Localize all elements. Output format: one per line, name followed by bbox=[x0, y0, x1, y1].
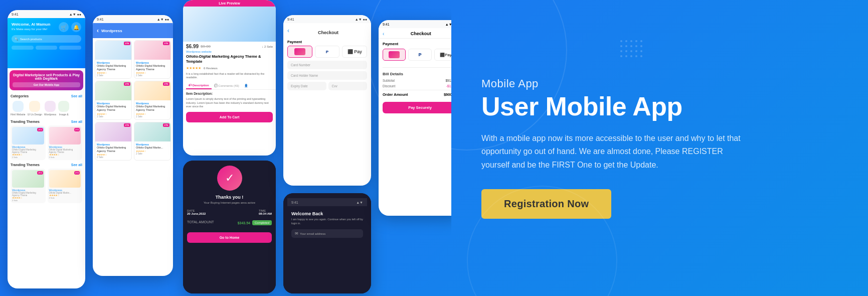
welcome-text: Welcome, Al Mamun bbox=[12, 22, 50, 27]
expiry-cvv-row: Expiry Date Cvv bbox=[287, 82, 367, 92]
status-bar-2: 9:41▲▼ ●● bbox=[93, 15, 173, 23]
expiry-field[interactable]: Expiry Date bbox=[287, 82, 326, 90]
bill-details-section: Bill Details Subtotal $912.00 Discount -… bbox=[379, 70, 451, 99]
phone-mockup-product-detail: Live Preview $6.99 $9.00 ↓ 2 Sele Wordpr… bbox=[183, 0, 276, 156]
thanks-title: Thanks you ! bbox=[216, 195, 244, 200]
card-number-field[interactable]: Card Number bbox=[287, 61, 367, 69]
welcome-back-screen: 9:41▲▼ Welcome Back I am happy to see yo… bbox=[283, 193, 371, 293]
phone-mockup-bill: 9:41▲▼ ●● ‹ Checkout Payment P bbox=[379, 20, 451, 216]
cardholder-field[interactable]: Card Holder Name bbox=[287, 71, 367, 80]
cart-icon: 🛒 bbox=[59, 22, 69, 32]
welcome-back-desc: I am happy to see you again. Continue wh… bbox=[291, 218, 363, 225]
item-description: Lorem Ipsum is simply dummy text of the … bbox=[183, 97, 276, 109]
trending-products: 1₹9 Wordpress Oifolio-Digital Marketing … bbox=[8, 168, 85, 204]
product-stars: ★★★★★ 6 Reviews bbox=[183, 65, 276, 71]
thanks-subtitle: Your Buying Internet pages area active bbox=[204, 201, 255, 204]
bill-pay-paypal[interactable]: P bbox=[408, 49, 431, 61]
payment-section: Payment P ⬛ Pay Card Number Card Hold bbox=[283, 38, 371, 96]
add-to-cart-btn[interactable]: Add To Cart bbox=[186, 112, 273, 122]
order-amount-row: Order Amount $900.00 bbox=[383, 90, 451, 97]
product-title: Oifolio-Digital Marketing Agecny Theme &… bbox=[183, 53, 276, 65]
pay-securely-btn[interactable]: Pay Securely bbox=[383, 102, 451, 113]
products-list: 1₹9 Wordpress Oifolio-Digital Marketing … bbox=[8, 124, 85, 161]
success-checkmark: ✓ bbox=[217, 166, 242, 191]
status-bar-4b: 9:41▲▼ bbox=[287, 198, 367, 206]
back-btn[interactable]: ‹ bbox=[287, 27, 289, 34]
bill-payment-section: Payment P ⬛Pay bbox=[379, 39, 451, 65]
bill-back-btn[interactable]: ‹ bbox=[383, 31, 384, 37]
discount-row: Discount -$12.00 bbox=[383, 84, 451, 88]
hero-section: 9:41▲▼ ●● Welcome, Al Mamun It's Make ea… bbox=[0, 0, 868, 296]
tab-comments[interactable]: 💬 Comments (43) bbox=[212, 82, 242, 89]
trending-themes-header: Tranding Themes See all bbox=[8, 161, 85, 168]
thankyou-total-row: TOTAL AMOUNT $343.54 Completed bbox=[187, 220, 272, 225]
phone-mockup-welcome-back: 9:41▲▼ Welcome Back I am happy to see yo… bbox=[283, 193, 371, 293]
phone-mockup-thankyou: ✓ Thanks you ! Your Buying Internet page… bbox=[183, 161, 276, 293]
tab-description[interactable]: 🏷 Description bbox=[186, 82, 212, 89]
bill-header: ‹ Checkout bbox=[379, 28, 451, 39]
trending-header: Tranding Themes See all bbox=[8, 118, 85, 124]
bill-payment-methods: P ⬛Pay bbox=[383, 49, 451, 61]
phone-mockup-wordpress: 9:41▲▼ ●● ‹ Wordpress 1₹9WordpressOifoli… bbox=[93, 15, 173, 276]
payment-card[interactable] bbox=[287, 46, 312, 58]
thankyou-screen: ✓ Thanks you ! Your Buying Internet page… bbox=[183, 161, 276, 293]
item-desc-title: Item Description: bbox=[183, 90, 276, 97]
goto-home-btn[interactable]: Go to Home bbox=[187, 232, 272, 243]
live-preview-banner: Live Preview bbox=[183, 0, 276, 7]
bill-pay-card[interactable] bbox=[383, 49, 406, 61]
col2-header: ‹ Wordpress bbox=[93, 23, 173, 38]
subtotal-row: Subtotal $912.00 bbox=[383, 79, 451, 82]
checkout-header: ‹ Checkout bbox=[283, 23, 371, 38]
screenshots-area: 9:41▲▼ ●● Welcome, Al Mamun It's Make ea… bbox=[0, 0, 451, 296]
price-row: $6.99 $9.00 ↓ 2 Sele bbox=[183, 42, 276, 50]
payment-apple[interactable]: ⬛ Pay bbox=[342, 46, 367, 58]
product-thumbnail bbox=[183, 7, 276, 42]
status-bar-1: 9:41▲▼ ●● bbox=[8, 10, 85, 18]
cvv-field[interactable]: Cvv bbox=[328, 82, 368, 90]
phone-mockup-ecommerce: 9:41▲▼ ●● Welcome, Al Mamun It's Make ea… bbox=[8, 10, 85, 288]
notification-icon: 🔔 bbox=[71, 22, 81, 32]
product-tabs: 🏷 Description 💬 Comments (43) 👤 bbox=[183, 82, 276, 90]
bill-title: Bill Details bbox=[383, 72, 451, 76]
tab-user[interactable]: 👤 bbox=[242, 82, 250, 89]
bill-pay-apple[interactable]: ⬛Pay bbox=[434, 49, 451, 61]
bill-divider bbox=[383, 67, 451, 68]
payment-paypal[interactable]: P bbox=[315, 46, 340, 58]
payment-methods: P ⬛ Pay bbox=[287, 46, 367, 58]
email-input[interactable]: ✉ Your email address bbox=[291, 229, 363, 238]
phone-mockup-checkout: 9:41▲▼ ●● ‹ Checkout Payment P bbox=[283, 15, 371, 186]
col1-promo: Digital Marketplace sell Products & Play… bbox=[10, 70, 83, 90]
thankyou-date-row: DATE 20 June,2022 TIME 08:34 AM bbox=[187, 209, 272, 215]
col1-header: Welcome, Al Mamun It's Make easy for you… bbox=[8, 18, 85, 68]
hero-description: With a mobile app now its more accessibl… bbox=[481, 132, 742, 172]
categories-list: Html Website UI Ux Design Wordpress Imag… bbox=[8, 99, 85, 118]
product-description: It is a long established fact that a rea… bbox=[183, 71, 276, 81]
welcome-back-title: Welcome Back bbox=[291, 211, 363, 216]
status-bar-5: 9:41▲▼ ●● bbox=[379, 20, 451, 28]
status-bar-4: 9:41▲▼ ●● bbox=[283, 15, 371, 23]
categories-header: Categories See all bbox=[8, 92, 85, 99]
col2-grid: 1₹9WordpressOifolio-Digital Marketing Ag… bbox=[93, 38, 173, 163]
deco-dots bbox=[620, 40, 642, 60]
